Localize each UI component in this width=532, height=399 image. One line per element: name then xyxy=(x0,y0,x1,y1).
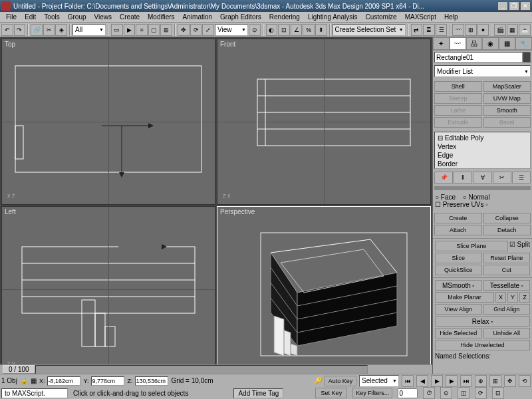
viewport-perspective[interactable]: Perspective xyxy=(217,206,431,372)
bind-button[interactable]: ◈ xyxy=(55,24,67,36)
viewport-front[interactable]: Front z x xyxy=(217,39,431,205)
mod-lathe-button[interactable]: Lathe xyxy=(434,105,482,116)
mod-smooth-button[interactable]: Smooth xyxy=(483,105,531,116)
menu-animation[interactable]: Animation xyxy=(180,13,215,21)
next-frame-button[interactable]: ▶ xyxy=(446,375,458,387)
mod-uvwmap-button[interactable]: UVW Map xyxy=(483,93,531,104)
normal-radio[interactable]: ○ Normal xyxy=(463,194,490,201)
select-name-button[interactable]: ≡ xyxy=(136,24,148,36)
menu-rendering[interactable]: Rendering xyxy=(266,13,303,21)
percent-snap-button[interactable]: % xyxy=(303,24,315,36)
utilities-tab[interactable]: 🔧 xyxy=(515,37,532,50)
create-tab[interactable]: ✦ xyxy=(433,37,450,50)
menu-grapheditors[interactable]: Graph Editors xyxy=(217,13,265,21)
modifier-stack[interactable]: ⊟ Editable Poly Vertex Edge Border xyxy=(434,132,531,169)
attach-button[interactable]: Attach xyxy=(434,225,482,235)
mod-shell-button[interactable]: Shell xyxy=(434,81,482,92)
curve-editor-button[interactable]: 〰 xyxy=(452,24,464,36)
nav-2[interactable]: ⊞ xyxy=(489,375,501,387)
scale-button[interactable]: ⤢ xyxy=(202,24,214,36)
hideselected-button[interactable]: Hide Selected xyxy=(435,328,482,338)
motion-tab[interactable]: ◉ xyxy=(482,37,499,50)
spinner-snap-button[interactable]: ⬍ xyxy=(315,24,327,36)
preserve-uvs-checkbox[interactable]: ☐ Preserve UVs ▫ xyxy=(435,201,488,208)
nav-8[interactable]: ⊡ xyxy=(492,387,504,399)
planar-z-button[interactable]: Z xyxy=(519,292,530,303)
modify-tab[interactable]: 〰 xyxy=(450,37,466,50)
makeplanar-button[interactable]: Make Planar xyxy=(435,292,494,303)
y-coord-input[interactable] xyxy=(91,376,124,386)
link-button[interactable]: 🔗 xyxy=(31,24,43,36)
render-setup-button[interactable]: 🎬 xyxy=(494,24,506,36)
move-button[interactable]: ✥ xyxy=(178,24,190,36)
object-name-input[interactable] xyxy=(434,52,523,63)
nav-1[interactable]: ⊕ xyxy=(475,375,487,387)
msmooth-button[interactable]: MSmooth ▫ xyxy=(435,280,482,291)
hideunselected-button[interactable]: Hide Unselected xyxy=(435,340,530,350)
menu-views[interactable]: Views xyxy=(91,13,116,21)
close-button[interactable]: ✕ xyxy=(520,1,531,11)
planar-y-button[interactable]: Y xyxy=(507,292,518,303)
play-button[interactable]: ▶ xyxy=(431,375,443,387)
create-button[interactable]: Create xyxy=(434,213,482,223)
mirror-button[interactable]: ⇄ xyxy=(411,24,423,36)
goto-start-button[interactable]: ⏮ xyxy=(402,375,414,387)
menu-group[interactable]: Group xyxy=(65,13,90,21)
selection-filter-dropdown[interactable]: All xyxy=(72,24,106,36)
layers-button[interactable]: ☰ xyxy=(436,24,448,36)
render-frame-button[interactable]: ▦ xyxy=(507,24,519,36)
setkey-button[interactable]: Set Key xyxy=(315,388,347,398)
sliceplane-button[interactable]: Slice Plane xyxy=(435,241,508,251)
pivot-button[interactable]: ⊙ xyxy=(249,24,261,36)
unique-button[interactable]: ∀ xyxy=(473,172,491,184)
snap-button[interactable]: ⊡ xyxy=(278,24,290,36)
object-color-swatch[interactable] xyxy=(523,52,531,63)
select-arrow-button[interactable]: ▶ xyxy=(124,24,136,36)
quickslice-button[interactable]: QuickSlice xyxy=(435,265,482,275)
menu-lighting[interactable]: Lighting Analysis xyxy=(305,13,361,21)
split-checkbox[interactable]: ☑ Split xyxy=(509,241,530,251)
collapse-button[interactable]: Collapse xyxy=(483,213,531,223)
planar-x-button[interactable]: X xyxy=(495,292,506,303)
lock-icon[interactable]: 🔒 xyxy=(20,377,28,384)
timeconfig-button[interactable]: ⏱ xyxy=(423,387,435,399)
menu-edit[interactable]: Edit xyxy=(21,13,39,21)
z-coord-input[interactable] xyxy=(135,376,168,386)
menu-help[interactable]: Help xyxy=(441,13,462,21)
cut-button[interactable]: Cut xyxy=(483,265,531,275)
resetplane-button[interactable]: Reset Plane xyxy=(483,253,531,263)
rotate-button[interactable]: ⟳ xyxy=(190,24,202,36)
mod-extrude-button[interactable]: Extrude xyxy=(434,117,482,128)
frame-indicator[interactable]: 0 / 100 xyxy=(3,365,35,374)
x-coord-input[interactable] xyxy=(47,376,80,386)
slice-button[interactable]: Slice xyxy=(435,253,482,263)
mod-mapscaler-button[interactable]: MapScaler xyxy=(483,81,531,92)
display-tab[interactable]: ▦ xyxy=(499,37,515,50)
autokey-button[interactable]: Auto Key xyxy=(325,376,356,386)
manipulate-button[interactable]: ◐ xyxy=(266,24,278,36)
select-button[interactable]: ▭ xyxy=(111,24,123,36)
menu-maxscript[interactable]: MAXScript xyxy=(402,13,440,21)
nav-7[interactable]: ⟳ xyxy=(475,387,487,399)
undo-button[interactable]: ↶ xyxy=(1,24,13,36)
addtimetag-button[interactable]: Add Time Tag xyxy=(233,388,283,398)
menu-tools[interactable]: Tools xyxy=(41,13,63,21)
viewport-top[interactable]: Top x z xyxy=(1,39,215,205)
face-radio[interactable]: ○ Face xyxy=(435,194,456,201)
configure-button[interactable]: ☰ xyxy=(512,172,531,184)
render-button[interactable]: ☕ xyxy=(519,24,531,36)
nav-4[interactable]: ⟲ xyxy=(519,375,531,387)
unlink-button[interactable]: ✂ xyxy=(43,24,55,36)
nav-3[interactable]: ✥ xyxy=(504,375,516,387)
menu-customize[interactable]: Customize xyxy=(362,13,400,21)
refcoord-dropdown[interactable]: View xyxy=(215,24,248,36)
window-crossing-button[interactable]: ⊞ xyxy=(160,24,172,36)
mod-bevel-button[interactable]: Bevel xyxy=(483,117,531,128)
keymode-dropdown[interactable]: Selected xyxy=(359,375,399,387)
menu-file[interactable]: File xyxy=(3,13,20,21)
time-slider[interactable]: 0 / 100 xyxy=(0,364,432,374)
hierarchy-tab[interactable]: 品 xyxy=(466,37,483,50)
gridalign-button[interactable]: Grid Align xyxy=(483,304,531,315)
menu-modifiers[interactable]: Modifiers xyxy=(144,13,178,21)
pin-stack-button[interactable]: 📌 xyxy=(434,172,453,184)
